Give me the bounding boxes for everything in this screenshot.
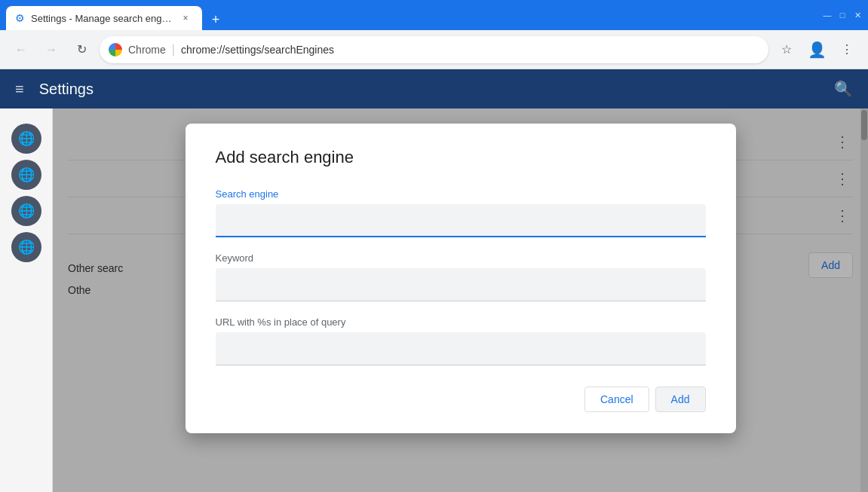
chrome-menu-button[interactable]: ⋮ <box>835 38 859 62</box>
globe-icon-3: 🌐 <box>18 203 35 219</box>
add-search-engine-dialog: Add search engine Search engine Keyword … <box>186 124 736 433</box>
sidebar-globe-2[interactable]: 🌐 <box>11 160 41 190</box>
profile-icon: 👤 <box>808 41 827 59</box>
globe-icon-2: 🌐 <box>18 167 35 183</box>
add-button[interactable]: Add <box>655 387 706 412</box>
reload-icon: ↻ <box>77 42 87 57</box>
close-button[interactable]: ✕ <box>853 11 862 20</box>
settings-header: ≡ Settings 🔍 <box>0 69 868 108</box>
tab-bar: ⚙ Settings - Manage search engine × + <box>6 0 226 30</box>
url-input[interactable] <box>216 332 706 365</box>
sidebar-globe-4[interactable]: 🌐 <box>11 232 41 262</box>
settings-sidebar: 🌐 🌐 🌐 🌐 <box>0 108 53 492</box>
keyword-label: Keyword <box>216 252 706 264</box>
forward-icon: → <box>45 43 57 57</box>
settings-main: ⋮ ⋮ ⋮ Other searc Add Othe <box>53 108 868 492</box>
bookmark-button[interactable]: ☆ <box>774 38 799 62</box>
keyword-field-group: Keyword <box>216 252 706 301</box>
profile-button[interactable]: 👤 <box>805 38 829 62</box>
active-tab[interactable]: ⚙ Settings - Manage search engine × <box>6 6 202 30</box>
chrome-logo-icon <box>109 43 122 57</box>
sidebar-globe-1[interactable]: 🌐 <box>11 124 41 154</box>
dialog-actions: Cancel Add <box>216 387 706 412</box>
tab-favicon: ⚙ <box>15 12 25 24</box>
keyword-input[interactable] <box>216 268 706 301</box>
settings-search-icon[interactable]: 🔍 <box>834 80 853 98</box>
settings-content: 🌐 🌐 🌐 🌐 ⋮ ⋮ ⋮ Other searc <box>0 108 868 492</box>
back-icon: ← <box>15 43 27 57</box>
tab-title: Settings - Manage search engine <box>31 13 172 24</box>
navigation-bar: ← → ↻ Chrome | chrome://settings/searchE… <box>0 30 868 69</box>
search-engine-field-group: Search engine <box>216 188 706 237</box>
url-label: URL with %s in place of query <box>216 316 706 328</box>
chrome-label: Chrome <box>128 44 166 56</box>
window-controls: — □ ✕ <box>823 11 862 20</box>
dialog-title: Add search engine <box>216 148 706 167</box>
settings-page: ≡ Settings 🔍 🌐 🌐 🌐 🌐 ⋮ ⋮ <box>0 69 868 492</box>
sidebar-globe-3[interactable]: 🌐 <box>11 196 41 226</box>
star-icon: ☆ <box>781 42 792 57</box>
globe-icon-1: 🌐 <box>18 130 35 147</box>
globe-icon-4: 🌐 <box>18 239 35 255</box>
forward-button[interactable]: → <box>39 38 63 62</box>
settings-menu-icon[interactable]: ≡ <box>15 81 24 98</box>
search-engine-label: Search engine <box>216 188 706 200</box>
new-tab-button[interactable]: + <box>205 9 226 30</box>
minimize-button[interactable]: — <box>823 11 832 20</box>
address-separator: | <box>172 43 175 57</box>
dialog-overlay: Add search engine Search engine Keyword … <box>53 108 868 492</box>
address-bar[interactable]: Chrome | chrome://settings/searchEngines <box>100 36 768 63</box>
reload-button[interactable]: ↻ <box>69 38 94 62</box>
maximize-button[interactable]: □ <box>838 11 847 20</box>
settings-title: Settings <box>39 81 94 98</box>
url-field-group: URL with %s in place of query <box>216 316 706 365</box>
menu-icon: ⋮ <box>841 42 853 57</box>
back-button[interactable]: ← <box>9 38 33 62</box>
titlebar: ⚙ Settings - Manage search engine × + — … <box>0 0 868 30</box>
search-engine-input[interactable] <box>216 204 706 237</box>
tab-close-button[interactable]: × <box>178 11 193 26</box>
address-url[interactable]: chrome://settings/searchEngines <box>181 44 759 56</box>
cancel-button[interactable]: Cancel <box>584 387 649 412</box>
